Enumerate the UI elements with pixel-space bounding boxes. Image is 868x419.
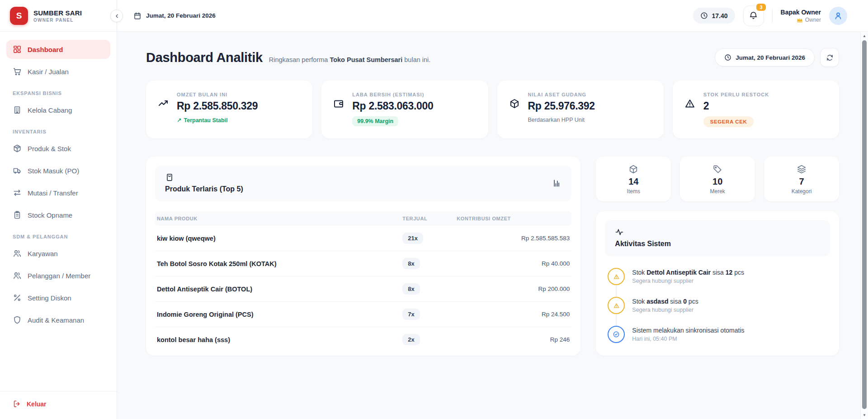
notifications-button[interactable]: 3 xyxy=(743,5,764,26)
transfer-arrows-icon xyxy=(13,188,22,197)
brand-subtitle: OWNER PANEL xyxy=(33,18,82,23)
sidebar-collapse-button[interactable] xyxy=(110,10,123,22)
sidebar-item-stock-opname[interactable]: Stock Opname xyxy=(6,205,110,224)
sidebar-item-label: Produk & Stok xyxy=(28,145,71,152)
sidebar-item-label: Stock Opname xyxy=(28,211,72,219)
activity-text-part: sisa xyxy=(711,269,726,276)
subtitle-store-name: Toko Pusat Sumbersari xyxy=(330,56,402,63)
contribution-value: Rp 200.000 xyxy=(457,286,570,292)
margin-badge: 99.9% Margin xyxy=(352,116,398,126)
avatar[interactable] xyxy=(829,7,847,25)
sidebar-section-inventaris: INVENTARIS xyxy=(6,123,110,139)
bar-chart-icon xyxy=(552,179,561,188)
stat-card-restock: STOK PERLU RESTOCK 2 SEGERA CEK xyxy=(673,81,839,138)
sidebar-item-kasir[interactable]: Kasir / Jualan xyxy=(6,62,110,81)
sidebar-item-label: Mutasi / Transfer xyxy=(28,189,78,197)
brand-logo: S xyxy=(10,7,28,25)
percent-icon xyxy=(13,293,22,302)
logout-label: Keluar xyxy=(27,400,47,408)
layers-icon xyxy=(769,164,835,174)
stat-value: Rp 2.585.850.329 xyxy=(177,100,258,112)
table-row[interactable]: Dettol Antiseptik Cair (BOTOL) 8x Rp 200… xyxy=(155,276,571,302)
sidebar-item-label: Kelola Cabang xyxy=(28,106,72,114)
sidebar-item-dashboard[interactable]: Dashboard xyxy=(6,40,110,59)
sidebar-item-label: Karyawan xyxy=(28,250,58,257)
stat-label: STOK PERLU RESTOCK xyxy=(703,92,769,97)
table-row[interactable]: Indomie Goreng Original (PCS) 7x Rp 24.5… xyxy=(155,302,571,327)
page-head: Dashboard Analitik Ringkasan performa To… xyxy=(146,48,839,67)
sidebar-item-label: Kasir / Jualan xyxy=(28,68,69,76)
activity-text-part: Stok xyxy=(632,269,646,276)
clipboard-icon xyxy=(13,210,22,219)
clipboard-icon xyxy=(165,173,243,182)
page-head-left: Dashboard Analitik Ringkasan performa To… xyxy=(146,50,430,65)
activity-qty: 12 xyxy=(726,269,733,276)
warning-circle-icon xyxy=(608,297,625,314)
scroll-down-arrow[interactable]: ▼ xyxy=(861,411,868,419)
sidebar-item-stok-masuk[interactable]: Stok Masuk (PO) xyxy=(6,161,110,180)
refresh-button[interactable] xyxy=(820,48,839,67)
stat-label: OMZET BULAN INI xyxy=(177,92,258,97)
scrollbar-thumb[interactable] xyxy=(862,40,867,409)
stat-value: 2 xyxy=(703,100,769,112)
product-name: Teh Botol Sosro Kotak 250ml (KOTAK) xyxy=(157,260,402,267)
activity-item-body: Stok asdasd sisa 0 pcs Segera hubungi su… xyxy=(632,297,698,314)
dashboard-columns: Produk Terlaris (Top 5) NAMA PRODUK TERJ… xyxy=(146,157,839,356)
stat-label: LABA BERSIH (ESTIMASI) xyxy=(352,92,433,97)
users-icon xyxy=(13,271,22,280)
page-subtitle: Ringkasan performa Toko Pusat Sumbersari… xyxy=(269,56,431,63)
calendar-icon xyxy=(133,12,142,20)
activity-item-body: Sistem melakukan sinkronisasi otomatis H… xyxy=(632,326,744,343)
topbar-right: 17.40 3 Bapak Owner Owner xyxy=(693,5,847,26)
activity-item: Sistem melakukan sinkronisasi otomatis H… xyxy=(608,326,827,343)
products-table-header: NAMA PRODUK TERJUAL KONTRIBUSI OMZET xyxy=(155,211,571,226)
sidebar-item-label: Setting Diskon xyxy=(28,294,71,302)
sidebar-item-audit-keamanan[interactable]: Audit & Keamanan xyxy=(6,310,110,329)
table-row[interactable]: Teh Botol Sosro Kotak 250ml (KOTAK) 8x R… xyxy=(155,251,571,276)
package-icon xyxy=(600,164,666,174)
date-filter-pill[interactable]: Jumat, 20 Februari 2026 xyxy=(715,48,815,67)
sidebar-item-setting-diskon[interactable]: Setting Diskon xyxy=(6,288,110,307)
topbar: Jumat, 20 Februari 2026 17.40 3 xyxy=(117,0,868,32)
right-column: 14 Items 10 Merek xyxy=(596,157,839,356)
sidebar-item-label: Dashboard xyxy=(28,46,63,53)
activity-text: Sistem melakukan sinkronisasi otomatis xyxy=(632,326,744,334)
activity-text-part: pcs xyxy=(732,269,744,276)
activity-text: Stok asdasd sisa 0 pcs xyxy=(632,297,698,305)
sidebar-item-mutasi-transfer[interactable]: Mutasi / Transfer xyxy=(6,183,110,202)
activity-title: Aktivitas Sistem xyxy=(615,240,671,248)
user-role-label: Owner xyxy=(805,17,821,23)
logout-button[interactable]: Keluar xyxy=(13,400,104,408)
activity-text-part: Stok xyxy=(632,298,646,305)
stat-note-label: Terpantau Stabil xyxy=(184,117,227,124)
mini-value: 14 xyxy=(600,176,666,187)
table-row[interactable]: kiw kiow (qweqwe) 21x Rp 2.585.585.583 xyxy=(155,226,571,251)
sidebar-header: S SUMBER SARI OWNER PANEL xyxy=(0,0,117,32)
topbar-date: Jumat, 20 Februari 2026 xyxy=(133,12,216,20)
subtitle-prefix: Ringkasan performa xyxy=(269,56,330,63)
column-header-name: NAMA PRODUK xyxy=(157,216,402,221)
table-row[interactable]: kontol besar haha (sss) 2x Rp 246 xyxy=(155,327,571,352)
activity-title-wrap: Aktivitas Sistem xyxy=(615,228,671,248)
vertical-scrollbar[interactable]: ▲ ▼ xyxy=(860,32,868,419)
product-name: kontol besar haha (sss) xyxy=(157,336,402,343)
sidebar-item-label: Pelanggan / Member xyxy=(28,272,90,280)
sidebar-item-produk-stok[interactable]: Produk & Stok xyxy=(6,139,110,158)
top-products-header: Produk Terlaris (Top 5) xyxy=(155,166,571,201)
sidebar-item-karyawan[interactable]: Karyawan xyxy=(6,244,110,263)
time-pill: 17.40 xyxy=(693,8,735,24)
top-products-title: Produk Terlaris (Top 5) xyxy=(165,185,243,193)
activity-product: asdasd xyxy=(646,298,668,305)
contribution-value: Rp 246 xyxy=(457,336,570,343)
sidebar-footer: Keluar xyxy=(0,391,117,419)
truck-icon xyxy=(13,166,22,175)
scroll-up-arrow[interactable]: ▲ xyxy=(861,32,868,39)
product-name: Indomie Goreng Original (PCS) xyxy=(157,311,402,318)
chevron-left-icon xyxy=(114,13,120,19)
sidebar-item-kelola-cabang[interactable]: Kelola Cabang xyxy=(6,100,110,119)
inventory-mini-stats: 14 Items 10 Merek xyxy=(596,157,839,201)
sidebar-item-pelanggan[interactable]: Pelanggan / Member xyxy=(6,266,110,285)
brand-name: SUMBER SARI xyxy=(33,9,82,17)
activity-item: Stok Dettol Antiseptik Cair sisa 12 pcs … xyxy=(608,268,827,285)
sold-count-badge: 8x xyxy=(402,258,420,269)
